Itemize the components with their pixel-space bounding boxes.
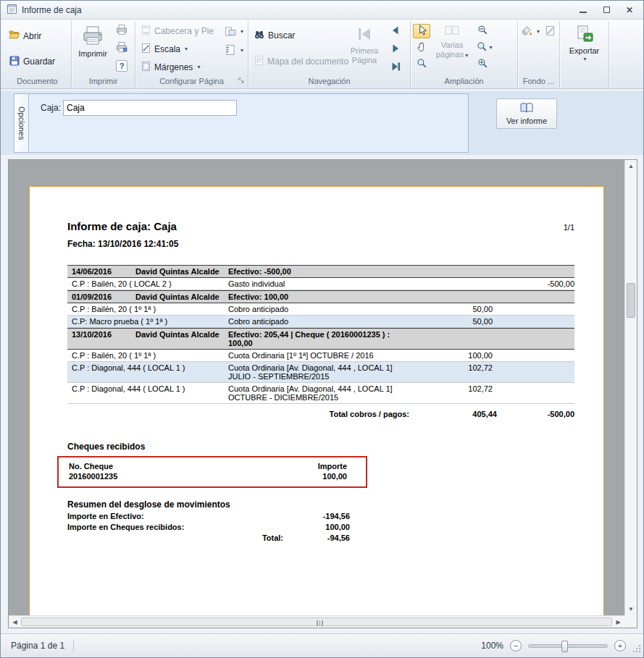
resumen-section-title: Resumen del desglose de movimientos bbox=[67, 499, 574, 510]
scale-icon bbox=[141, 43, 151, 56]
options-panel: Opciones Caja: Ver informe bbox=[1, 91, 643, 155]
scroll-up-arrow-icon[interactable]: ▲ bbox=[625, 160, 637, 172]
group-label-configurar: Configurar Página bbox=[138, 76, 246, 88]
ribbon-group-documento: Abrir Guardar Documento bbox=[4, 21, 72, 88]
window-title: Informe de caja bbox=[22, 5, 82, 15]
zoom-dropdown-button[interactable]: ▾ bbox=[474, 41, 495, 55]
group-label-navegacion: Navegación bbox=[251, 76, 408, 88]
tab-opciones[interactable]: Opciones bbox=[14, 93, 28, 153]
group-header-row: 01/09/2016David Quintas Alcalde Efectivo… bbox=[67, 290, 574, 303]
printer-settings-icon bbox=[116, 41, 127, 56]
zoom-slider[interactable] bbox=[528, 644, 608, 648]
status-bar: Página 1 de 1 100% − + bbox=[1, 633, 643, 657]
table-row: C.P : Bailén, 20 ( 1º 1ª ) Cobro anticip… bbox=[67, 303, 574, 316]
watermark-icon bbox=[545, 25, 556, 39]
dropdown-arrow-icon: ▾ bbox=[583, 56, 586, 62]
scroll-down-arrow-icon[interactable]: ▼ bbox=[625, 603, 637, 615]
ribbon-group-navegacion: Buscar Mapa del documento Primera Página bbox=[248, 21, 411, 88]
minimize-button[interactable] bbox=[578, 5, 588, 15]
group-label-ampliacion: Ampliación bbox=[413, 76, 515, 88]
margenes-button[interactable]: Márgenes ▾ bbox=[138, 59, 222, 75]
scroll-right-arrow-icon[interactable]: ▶ bbox=[612, 616, 624, 628]
acercar-button[interactable] bbox=[474, 57, 491, 72]
group-label-fondo: Fondo ... bbox=[520, 76, 557, 88]
cabecera-pie-button[interactable]: Cabecera y Pie bbox=[138, 23, 222, 39]
previous-page-icon bbox=[390, 25, 401, 39]
statusbar-divider bbox=[73, 640, 74, 651]
page-status-text: Página 1 de 1 bbox=[5, 641, 70, 651]
primera-pagina-button[interactable]: Primera Página bbox=[344, 22, 385, 76]
report-title: Informe de caja: Caja bbox=[67, 220, 177, 232]
print-help-button[interactable]: ? bbox=[113, 59, 130, 73]
dropdown-arrow-icon: ▾ bbox=[241, 48, 243, 54]
resumen-total-line: Total: -94,56 bbox=[67, 533, 350, 542]
open-book-icon bbox=[519, 102, 534, 115]
group-label-imprimir: Imprimir bbox=[74, 76, 133, 88]
exportar-button[interactable]: Exportar ▾ bbox=[564, 22, 606, 76]
ver-informe-button[interactable]: Ver informe bbox=[496, 98, 557, 129]
header-footer-icon bbox=[141, 25, 151, 38]
resumen-section: Resumen del desglose de movimientos Impo… bbox=[67, 499, 574, 542]
cheques-section-title: Cheques recibidos bbox=[67, 442, 574, 452]
vertical-scrollbar[interactable]: ▲ ▼ bbox=[624, 160, 637, 628]
zoom-icon bbox=[477, 41, 488, 55]
dropdown-arrow-icon: ▾ bbox=[537, 29, 540, 35]
pagina-siguiente-button[interactable] bbox=[387, 43, 404, 57]
ribbon-toolbar: Abrir Guardar Documento Imprimir bbox=[1, 20, 643, 89]
ultima-pagina-button[interactable] bbox=[387, 61, 404, 75]
varias-paginas-button[interactable]: Varias páginas▾ bbox=[432, 22, 472, 76]
zoom-out-button[interactable]: − bbox=[510, 640, 522, 651]
abrir-button[interactable]: Abrir bbox=[6, 28, 69, 44]
first-page-icon bbox=[355, 25, 374, 45]
tamano-papel-button[interactable]: ▾ bbox=[223, 44, 245, 57]
dropdown-arrow-icon: ▾ bbox=[465, 52, 468, 59]
quick-print-button[interactable] bbox=[113, 24, 130, 38]
horizontal-scrollbar[interactable]: ◀ ▶ bbox=[9, 615, 624, 628]
color-fondo-button[interactable]: ▾ bbox=[520, 25, 540, 39]
mano-button[interactable] bbox=[413, 41, 430, 55]
caja-input[interactable] bbox=[63, 100, 237, 116]
zoom-in-button[interactable]: + bbox=[614, 640, 626, 651]
ribbon-group-exportar: Exportar ▾ bbox=[560, 21, 609, 88]
maximize-button[interactable] bbox=[601, 5, 611, 15]
table-total-row: Total cobros / pagos: 405,44 -500,00 bbox=[67, 404, 574, 420]
zoom-out-icon bbox=[477, 25, 488, 38]
ribbon-group-imprimir: Imprimir ? Imprimir bbox=[72, 21, 135, 88]
magnifier-icon bbox=[417, 58, 427, 72]
group-label-exportar bbox=[562, 76, 606, 88]
group-label-documento: Documento bbox=[6, 76, 69, 88]
printer-icon bbox=[82, 25, 104, 48]
mapa-documento-button[interactable]: Mapa del documento bbox=[251, 54, 342, 69]
puntero-button[interactable] bbox=[413, 24, 430, 38]
titlebar: Informe de caja ✕ bbox=[1, 1, 643, 20]
pagina-anterior-button[interactable] bbox=[387, 25, 404, 39]
zoom-slider-thumb[interactable] bbox=[561, 641, 568, 652]
ribbon-group-configurar-pagina: Cabecera y Pie Escala ▾ Márgenes ▾ bbox=[135, 21, 248, 88]
open-folder-icon bbox=[9, 29, 20, 43]
app-window: Informe de caja ✕ Abrir Guardar Document… bbox=[0, 0, 644, 658]
alejar-button[interactable] bbox=[474, 24, 491, 38]
imprimir-button[interactable]: Imprimir bbox=[74, 22, 112, 76]
lupa-button[interactable] bbox=[413, 57, 430, 72]
buscar-button[interactable]: Buscar bbox=[251, 28, 342, 43]
hand-icon bbox=[417, 41, 427, 55]
dialog-launcher-icon[interactable] bbox=[238, 76, 245, 87]
cheques-header-row: No. Cheque Importe bbox=[69, 462, 356, 471]
close-button[interactable]: ✕ bbox=[624, 5, 635, 15]
paint-bucket-icon bbox=[521, 25, 532, 39]
resize-grip-icon[interactable] bbox=[632, 644, 641, 655]
horizontal-scrollbar-thumb[interactable] bbox=[21, 617, 612, 626]
print-options-button[interactable] bbox=[113, 41, 130, 56]
last-page-icon bbox=[390, 61, 401, 75]
document-preview-area: Informe de caja: Caja 1/1 Fecha: 13/10/2… bbox=[8, 159, 637, 628]
vertical-scrollbar-thumb[interactable] bbox=[627, 283, 635, 318]
escala-button[interactable]: Escala ▾ bbox=[138, 41, 222, 57]
app-icon bbox=[7, 4, 17, 17]
orientacion-button[interactable]: ▾ bbox=[223, 25, 245, 38]
scroll-left-arrow-icon[interactable]: ◀ bbox=[9, 616, 21, 628]
marca-agua-button[interactable] bbox=[543, 25, 557, 39]
page-orientation-icon bbox=[225, 25, 236, 39]
report-table: 14/06/2016David Quintas Alcalde Efectivo… bbox=[67, 265, 574, 420]
printer-small-icon bbox=[116, 24, 127, 38]
guardar-button[interactable]: Guardar bbox=[6, 54, 69, 69]
